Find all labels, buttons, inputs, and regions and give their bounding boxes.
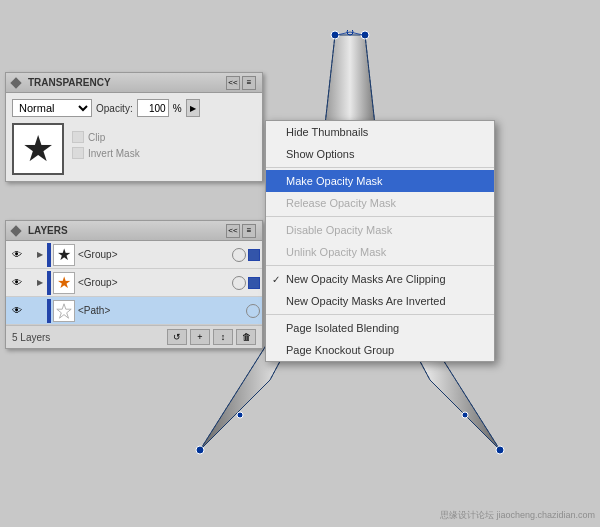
layers-body: 👁 ▶ ★ <Group> 👁 ▶ ★ <Group> xyxy=(6,241,262,325)
thumb-1: ★ xyxy=(53,244,75,266)
mask-star-preview: ★ xyxy=(22,131,54,167)
menu-unlink-opacity-mask: Unlink Opacity Mask xyxy=(266,241,494,263)
menu-disable-opacity-mask-label: Disable Opacity Mask xyxy=(286,224,392,236)
clip-label: Clip xyxy=(88,132,105,143)
layer-target-3[interactable] xyxy=(246,304,260,318)
invert-checkbox xyxy=(72,147,84,159)
transparency-panel-controls: << ≡ xyxy=(226,76,256,90)
layer-color-chip-2 xyxy=(248,277,260,289)
color-bar-1 xyxy=(47,243,51,267)
eye-icon-3[interactable]: 👁 xyxy=(8,302,26,320)
percent-label: % xyxy=(173,103,182,114)
eye-icon-2[interactable]: 👁 xyxy=(8,274,26,292)
menu-separator-1 xyxy=(266,167,494,168)
mask-preview-row: ★ Clip Invert Mask xyxy=(12,123,256,175)
layer-row-2[interactable]: 👁 ▶ ★ <Group> xyxy=(6,269,262,297)
menu-show-options[interactable]: Show Options xyxy=(266,143,494,165)
layer-icons-right-2 xyxy=(232,276,260,290)
expand-2[interactable]: ▶ xyxy=(33,276,47,290)
menu-page-knockout-label: Page Knockout Group xyxy=(286,344,394,356)
layers-footer: 5 Layers ↺ + ↕ 🗑 xyxy=(6,325,262,348)
transparency-collapse-btn[interactable]: << xyxy=(226,76,240,90)
clip-checkbox-row: Clip xyxy=(72,131,140,143)
menu-page-isolated[interactable]: Page Isolated Blending xyxy=(266,317,494,339)
menu-hide-thumbnails-label: Hide Thumbnails xyxy=(286,126,368,138)
menu-hide-thumbnails[interactable]: Hide Thumbnails xyxy=(266,121,494,143)
menu-new-masks-inverted-label: New Opacity Masks Are Inverted xyxy=(286,295,446,307)
layer-name-2: <Group> xyxy=(78,277,232,288)
layer-name-1: <Group> xyxy=(78,249,232,260)
svg-marker-22 xyxy=(57,303,71,317)
menu-make-opacity-mask-label: Make Opacity Mask xyxy=(286,175,383,187)
transparency-menu-btn[interactable]: ≡ xyxy=(242,76,256,90)
layers-menu-btn[interactable]: ≡ xyxy=(242,224,256,238)
transparency-panel-body: Normal Opacity: % ▶ ★ Clip Invert Mask xyxy=(6,93,262,181)
invert-label: Invert Mask xyxy=(88,148,140,159)
layers-panel-controls: << ≡ xyxy=(226,224,256,238)
color-bar-2 xyxy=(47,271,51,295)
menu-separator-3 xyxy=(266,265,494,266)
mask-options: Clip Invert Mask xyxy=(72,123,140,159)
color-bar-3 xyxy=(47,299,51,323)
menu-page-isolated-label: Page Isolated Blending xyxy=(286,322,399,334)
layer-row-1[interactable]: 👁 ▶ ★ <Group> xyxy=(6,241,262,269)
transparency-panel-title: TRANSPARENCY xyxy=(12,77,111,88)
layers-rotate-btn[interactable]: ↺ xyxy=(167,329,187,345)
menu-show-options-label: Show Options xyxy=(286,148,354,160)
opacity-input[interactable] xyxy=(137,99,169,117)
eye-icon-1[interactable]: 👁 xyxy=(8,246,26,264)
menu-new-masks-inverted[interactable]: New Opacity Masks Are Inverted xyxy=(266,290,494,312)
menu-separator-4 xyxy=(266,314,494,315)
transparency-title-text: TRANSPARENCY xyxy=(28,77,111,88)
menu-make-opacity-mask[interactable]: Make Opacity Mask xyxy=(266,170,494,192)
expand-1[interactable]: ▶ xyxy=(33,248,47,262)
layers-delete-btn[interactable]: 🗑 xyxy=(236,329,256,345)
thumb-2: ★ xyxy=(53,272,75,294)
menu-new-masks-clipping-label: New Opacity Masks Are Clipping xyxy=(286,273,446,285)
menu-new-masks-clipping[interactable]: New Opacity Masks Are Clipping xyxy=(266,268,494,290)
transparency-panel-header: TRANSPARENCY << ≡ xyxy=(6,73,262,93)
layer-row-3[interactable]: 👁 <Path> xyxy=(6,297,262,325)
layer-name-3: <Path> xyxy=(78,305,246,316)
invert-checkbox-row: Invert Mask xyxy=(72,147,140,159)
menu-unlink-opacity-mask-label: Unlink Opacity Mask xyxy=(286,246,386,258)
mask-preview-box: ★ xyxy=(12,123,64,175)
opacity-label: Opacity: xyxy=(96,103,133,114)
layers-collapse-btn[interactable]: << xyxy=(226,224,240,238)
watermark: 思缘设计论坛 jiaocheng.chazidian.com xyxy=(440,509,595,522)
svg-point-15 xyxy=(462,412,468,418)
layers-panel: LAYERS << ≡ 👁 ▶ ★ <Group> 👁 ▶ xyxy=(5,220,263,349)
transparency-panel: TRANSPARENCY << ≡ Normal Opacity: % ▶ ★ … xyxy=(5,72,263,182)
blend-mode-select[interactable]: Normal xyxy=(12,99,92,117)
layers-panel-title: LAYERS xyxy=(12,225,68,236)
footer-btns: ↺ + ↕ 🗑 xyxy=(167,329,256,345)
layers-move-btn[interactable]: ↕ xyxy=(213,329,233,345)
layers-add-btn[interactable]: + xyxy=(190,329,210,345)
clip-checkbox xyxy=(72,131,84,143)
svg-point-10 xyxy=(237,412,243,418)
menu-release-opacity-mask-label: Release Opacity Mask xyxy=(286,197,396,209)
menu-separator-2 xyxy=(266,216,494,217)
layer-target-2[interactable] xyxy=(232,276,246,290)
layer-icons-right-1 xyxy=(232,248,260,262)
layers-diamond-icon xyxy=(10,225,21,236)
context-menu: Hide Thumbnails Show Options Make Opacit… xyxy=(265,120,495,362)
layer-icons-right-3 xyxy=(246,304,260,318)
menu-release-opacity-mask: Release Opacity Mask xyxy=(266,192,494,214)
layers-title-text: LAYERS xyxy=(28,225,68,236)
layer-color-chip-1 xyxy=(248,249,260,261)
layers-panel-header: LAYERS << ≡ xyxy=(6,221,262,241)
layers-count: 5 Layers xyxy=(12,332,50,343)
thumb-3 xyxy=(53,300,75,322)
diamond-icon xyxy=(10,77,21,88)
blend-row: Normal Opacity: % ▶ xyxy=(12,99,256,117)
menu-page-knockout[interactable]: Page Knockout Group xyxy=(266,339,494,361)
layer-target-1[interactable] xyxy=(232,248,246,262)
menu-disable-opacity-mask: Disable Opacity Mask xyxy=(266,219,494,241)
opacity-stepper[interactable]: ▶ xyxy=(186,99,200,117)
